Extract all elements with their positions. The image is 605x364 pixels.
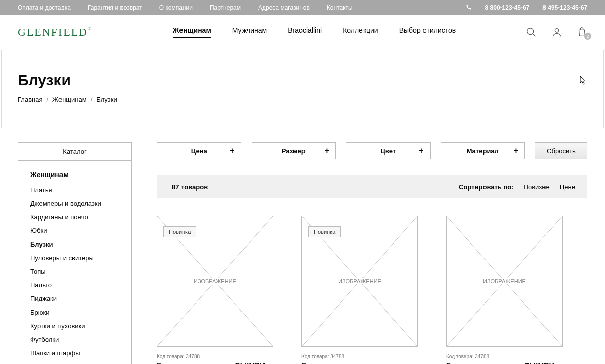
sidebar-item[interactable]: Шапки и шарфы — [30, 349, 119, 357]
nav-item[interactable]: Коллекции — [343, 26, 378, 38]
sidebar-item[interactable]: Футболки — [30, 336, 119, 343]
plus-icon: + — [230, 146, 234, 155]
sidebar-item[interactable]: Джемперы и водолазки — [30, 200, 119, 207]
sidebar-item[interactable]: Брюки — [30, 309, 119, 316]
sidebar-item[interactable]: Куртки и пуховики — [30, 322, 119, 330]
product-sku: Код товара: 34788 — [446, 354, 563, 359]
sort-label: Сортировать по: — [459, 183, 513, 191]
sort-option[interactable]: Новизне — [524, 183, 550, 191]
page-title-area: Блузки Главная/Женщинам/Блузки — [1, 50, 604, 128]
sidebar-item[interactable]: Пиджаки — [30, 295, 119, 302]
header: GLENFIELD® ЖенщинамМужчинамBraccialliniК… — [0, 15, 605, 50]
nav-item[interactable]: Выбор стилистов — [399, 26, 456, 38]
phone-1[interactable]: 8 800-123-45-67 — [485, 4, 530, 11]
filter-цена[interactable]: Цена+ — [157, 142, 241, 159]
badge-new: Новинка — [163, 226, 196, 237]
nav-item[interactable]: Мужчинам — [232, 26, 267, 38]
results-count: 87 товаров — [172, 183, 208, 191]
product-image-placeholder[interactable]: ИЗОБРАЖЕНИЕНовинка — [157, 216, 273, 347]
svg-line-1 — [533, 34, 536, 37]
top-link[interactable]: Гарантия и возврат — [88, 4, 142, 11]
phone-2[interactable]: 8 495-123-45-67 — [542, 4, 587, 11]
svg-point-0 — [527, 28, 534, 35]
top-link[interactable]: Контакты — [327, 4, 353, 11]
sidebar-item[interactable]: Кардиганы и пончо — [30, 213, 119, 221]
cart-count-badge: 2 — [584, 33, 591, 40]
sidebar-body: ЖенщинамПлатьяДжемперы и водолазкиКардиг… — [18, 161, 132, 364]
account-icon[interactable] — [551, 27, 562, 38]
sidebar-group-title[interactable]: Женщинам — [30, 171, 119, 179]
sidebar-item[interactable]: Платья — [30, 186, 119, 194]
top-bar: Оплата и доставкаГарантия и возвратО ком… — [0, 0, 605, 15]
product-name: Блузка повседневная OLYMPIA с круглым вы… — [446, 361, 563, 364]
sidebar-item[interactable]: Пуловеры и свитеры — [30, 254, 119, 262]
product-card[interactable]: ИЗОБРАЖЕНИЕНовинкаКод товара: 34788Блузк… — [301, 216, 418, 364]
product-sku: Код товара: 34788 — [157, 354, 273, 359]
filter-размер[interactable]: Размер+ — [252, 142, 336, 159]
product-image-placeholder[interactable]: ИЗОБРАЖЕНИЕНовинка — [301, 216, 418, 347]
toolbar: 87 товаров Сортировать по: НовизнеЦене — [157, 175, 587, 198]
product-name: Блузка повседневная OLYMPIA — [157, 361, 273, 364]
products-grid: ИЗОБРАЖЕНИЕНовинкаКод товара: 34788Блузк… — [157, 216, 587, 364]
sidebar: Каталог ЖенщинамПлатьяДжемперы и водолаз… — [18, 142, 132, 364]
plus-icon: + — [325, 146, 329, 155]
sidebar-item[interactable]: Юбки — [30, 227, 119, 234]
sidebar-item[interactable]: Пальто — [30, 281, 119, 289]
top-link[interactable]: О компании — [159, 4, 193, 11]
product-card[interactable]: ИЗОБРАЖЕНИЕКод товара: 34788Блузка повсе… — [446, 216, 563, 364]
breadcrumb: Главная/Женщинам/Блузки — [18, 96, 587, 103]
product-image-placeholder[interactable]: ИЗОБРАЖЕНИЕ — [446, 216, 563, 347]
main: Цена+Размер+Цвет+Материал+ Сбросить 87 т… — [157, 142, 587, 364]
page-title: Блузки — [18, 72, 587, 89]
top-link[interactable]: Адреса магазинов — [258, 4, 310, 11]
breadcrumb-item[interactable]: Главная — [18, 96, 42, 103]
filters-bar: Цена+Размер+Цвет+Материал+ Сбросить — [157, 142, 587, 159]
nav-item[interactable]: Женщинам — [173, 26, 211, 38]
top-phones: 8 800-123-45-67 8 495-123-45-67 — [466, 4, 587, 12]
reset-button[interactable]: Сбросить — [535, 142, 587, 159]
top-link[interactable]: Оплата и доставка — [18, 4, 71, 11]
top-links: Оплата и доставкаГарантия и возвратО ком… — [18, 4, 353, 11]
plus-icon: + — [419, 146, 424, 155]
product-card[interactable]: ИЗОБРАЖЕНИЕНовинкаКод товара: 34788Блузк… — [157, 216, 273, 364]
breadcrumb-item: Блузки — [96, 96, 117, 103]
sort-option[interactable]: Цене — [560, 183, 575, 191]
nav-item[interactable]: Bracciallini — [288, 26, 322, 38]
product-name: Блузка — [301, 361, 418, 364]
breadcrumb-item[interactable]: Женщинам — [52, 96, 87, 103]
badge-new: Новинка — [308, 226, 341, 237]
logo[interactable]: GLENFIELD® — [18, 26, 92, 39]
product-sku: Код товара: 34788 — [301, 354, 418, 359]
filter-материал[interactable]: Материал+ — [441, 142, 525, 159]
search-icon[interactable] — [526, 27, 537, 38]
main-nav: ЖенщинамМужчинамBraccialliniКоллекцииВыб… — [173, 26, 526, 38]
plus-icon: + — [514, 146, 518, 155]
filter-row: Цена+Размер+Цвет+Материал+ — [157, 142, 525, 159]
sidebar-item[interactable]: Топы — [30, 268, 119, 275]
sidebar-title: Каталог — [18, 142, 132, 161]
sidebar-item[interactable]: Блузки — [30, 240, 119, 248]
top-link[interactable]: Партнерам — [210, 4, 241, 11]
phone-icon — [466, 4, 472, 12]
cart-icon[interactable]: 2 — [576, 27, 587, 38]
filter-цвет[interactable]: Цвет+ — [346, 142, 431, 159]
svg-point-2 — [555, 29, 558, 32]
sort-controls: Сортировать по: НовизнеЦене — [459, 183, 575, 191]
